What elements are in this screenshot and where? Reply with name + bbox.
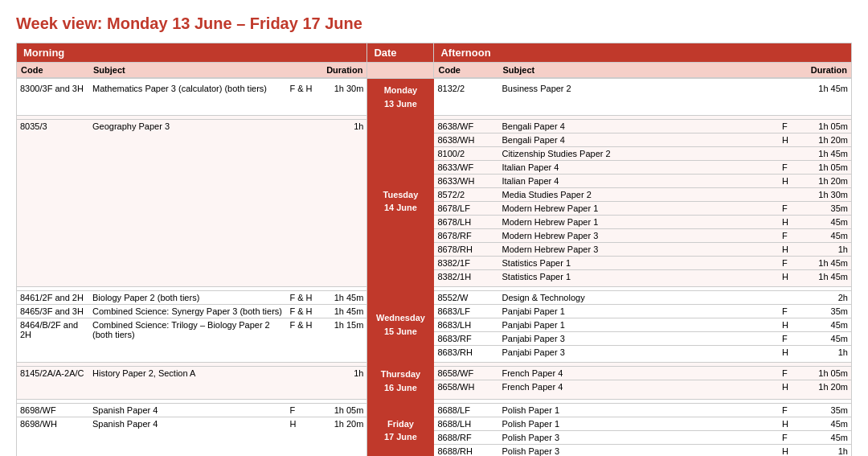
date-cell: Tuesday14 June — [367, 116, 434, 287]
afternoon-tier: F — [779, 202, 803, 216]
morning-header: Morning — [17, 43, 366, 62]
afternoon-subject: Modern Hebrew Paper 3 — [498, 229, 779, 243]
afternoon-duration: 45m — [803, 216, 851, 229]
afternoon-tier: F — [779, 367, 803, 380]
morning-subject: Combined Science: Trilogy – Biology Pape… — [89, 318, 286, 342]
afternoon-duration: 2h — [803, 291, 851, 305]
afternoon-duration: 1h 20m — [803, 380, 851, 394]
afternoon-subject-header: Subject — [498, 63, 779, 78]
afternoon-code: 8683/RH — [434, 346, 498, 359]
morning-duration: 1h 20m — [318, 417, 366, 431]
afternoon-row: 8678/RF Modern Hebrew Paper 3 F 45m — [434, 229, 851, 243]
afternoon-subject: Panjabi Paper 1 — [498, 305, 779, 318]
morning-duration: 1h — [318, 367, 366, 380]
morning-subject: Biology Paper 2 (both tiers) — [89, 291, 286, 305]
date-cell: Thursday16 June — [367, 363, 434, 400]
afternoon-code: 8100/2 — [434, 147, 498, 161]
afternoon-subject: Citizenship Studies Paper 2 — [498, 147, 779, 161]
afternoon-row: 8688/RF Polish Paper 3 F 45m — [434, 431, 851, 445]
morning-row: 8464/B/2F and 2H Combined Science: Trilo… — [17, 318, 366, 342]
afternoon-tier: F — [779, 431, 803, 445]
afternoon-code: 8688/LH — [434, 417, 498, 431]
afternoon-code: 8552/W — [434, 291, 498, 305]
afternoon-subject: Polish Paper 3 — [498, 445, 779, 457]
afternoon-row: 8678/RH Modern Hebrew Paper 3 H 1h — [434, 243, 851, 257]
afternoon-code: 8678/LF — [434, 202, 498, 216]
morning-duration-header: Duration — [318, 63, 366, 78]
morning-tier — [286, 367, 318, 380]
afternoon-row: 8638/WF Bengali Paper 4 F 1h 05m — [434, 120, 851, 134]
morning-code-header: Code — [17, 63, 89, 78]
morning-tier: F & H — [286, 82, 318, 95]
afternoon-tier — [779, 147, 803, 161]
morning-code: 8145/2A/A-2A/C — [17, 367, 89, 380]
afternoon-subject: Statistics Paper 1 — [498, 257, 779, 270]
afternoon-subject: Panjabi Paper 1 — [498, 318, 779, 332]
morning-subject: Mathematics Paper 3 (calculator) (both t… — [89, 82, 286, 95]
afternoon-subject: Panjabi Paper 3 — [498, 346, 779, 359]
day-row: 8035/3 Geography Paper 3 1h Tuesday14 Ju… — [17, 116, 852, 287]
afternoon-subject: Bengali Paper 4 — [498, 120, 779, 134]
afternoon-duration: 45m — [803, 318, 851, 332]
afternoon-subject: Statistics Paper 1 — [498, 270, 779, 284]
afternoon-subject: Business Paper 2 — [498, 82, 779, 95]
afternoon-duration: 1h — [803, 445, 851, 457]
afternoon-subject: Bengali Paper 4 — [498, 134, 779, 147]
afternoon-tier: H — [779, 175, 803, 188]
afternoon-tier: F — [779, 229, 803, 243]
morning-tier — [286, 120, 318, 134]
afternoon-code: 8633/WF — [434, 161, 498, 175]
morning-duration: 1h 15m — [318, 318, 366, 342]
morning-tier: F — [286, 404, 318, 417]
morning-row: 8035/3 Geography Paper 3 1h — [17, 120, 366, 134]
afternoon-code: 8688/RH — [434, 445, 498, 457]
morning-tier: F & H — [286, 318, 318, 342]
afternoon-row: 8688/LF Polish Paper 1 F 35m — [434, 404, 851, 417]
afternoon-code: 8658/WF — [434, 367, 498, 380]
afternoon-subject: French Paper 4 — [498, 367, 779, 380]
page-title: Week view: Monday 13 June – Friday 17 Ju… — [16, 14, 852, 33]
afternoon-tier: F — [779, 305, 803, 318]
morning-row: 8698/WH Spanish Paper 4 H 1h 20m — [17, 417, 366, 431]
afternoon-code: 8683/RF — [434, 332, 498, 346]
afternoon-tier: F — [779, 257, 803, 270]
afternoon-code: 8633/WH — [434, 175, 498, 188]
afternoon-row: 8382/1H Statistics Paper 1 H 1h 45m — [434, 270, 851, 284]
morning-code: 8035/3 — [17, 120, 89, 134]
morning-code: 8464/B/2F and 2H — [17, 318, 89, 342]
morning-row: 8300/3F and 3H Mathematics Paper 3 (calc… — [17, 82, 366, 95]
afternoon-subject: Modern Hebrew Paper 1 — [498, 202, 779, 216]
morning-code: 8698/WH — [17, 417, 89, 431]
afternoon-row: 8633/WF Italian Paper 4 F 1h 05m — [434, 161, 851, 175]
afternoon-tier: H — [779, 346, 803, 359]
morning-row: 8461/2F and 2H Biology Paper 2 (both tie… — [17, 291, 366, 305]
afternoon-row: 8683/LH Panjabi Paper 1 H 45m — [434, 318, 851, 332]
morning-row: 8465/3F and 3H Combined Science: Synergy… — [17, 305, 366, 318]
morning-subject: History Paper 2, Section A — [89, 367, 286, 380]
morning-tier: H — [286, 417, 318, 431]
afternoon-row: 8382/1F Statistics Paper 1 F 1h 45m — [434, 257, 851, 270]
afternoon-code: 8683/LF — [434, 305, 498, 318]
afternoon-subject: Modern Hebrew Paper 3 — [498, 243, 779, 257]
date-cell: Wednesday15 June — [367, 287, 434, 363]
afternoon-row: 8132/2 Business Paper 2 1h 45m — [434, 82, 851, 95]
morning-duration: 1h 05m — [318, 404, 366, 417]
afternoon-duration: 1h 05m — [803, 161, 851, 175]
afternoon-code: 8658/WH — [434, 380, 498, 394]
morning-row: 8145/2A/A-2A/C History Paper 2, Section … — [17, 367, 366, 380]
date-header: Date — [367, 43, 433, 62]
afternoon-row: 8678/LH Modern Hebrew Paper 1 H 45m — [434, 216, 851, 229]
afternoon-duration: 45m — [803, 417, 851, 431]
afternoon-duration: 1h 30m — [803, 188, 851, 202]
afternoon-header: Afternoon — [434, 43, 851, 62]
morning-duration: 1h 30m — [318, 82, 366, 95]
afternoon-subject: Design & Technology — [498, 291, 779, 305]
afternoon-row: 8658/WF French Paper 4 F 1h 05m — [434, 367, 851, 380]
afternoon-duration: 1h 20m — [803, 134, 851, 147]
afternoon-tier: H — [779, 243, 803, 257]
afternoon-duration: 1h 05m — [803, 367, 851, 380]
afternoon-code: 8678/LH — [434, 216, 498, 229]
afternoon-duration: 1h 45m — [803, 82, 851, 95]
morning-code: 8300/3F and 3H — [17, 82, 89, 95]
morning-subject: Combined Science: Synergy Paper 3 (both … — [89, 305, 286, 318]
